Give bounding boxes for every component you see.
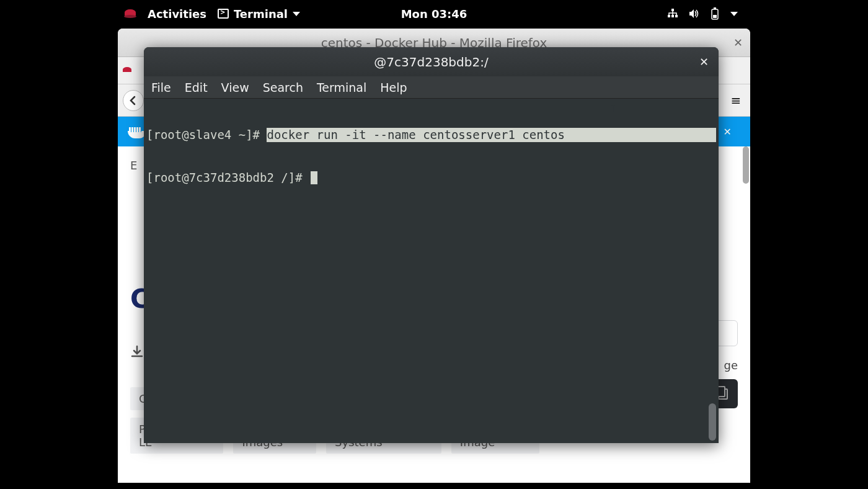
network-icon[interactable] bbox=[667, 8, 678, 19]
close-icon[interactable]: ✕ bbox=[733, 36, 743, 49]
terminal-line-2: [root@7c37d238bdb2 /]# bbox=[146, 171, 716, 185]
gnome-topbar: Activities Terminal Mon 03:46 bbox=[0, 0, 868, 27]
volume-icon[interactable] bbox=[688, 8, 699, 19]
svg-rect-6 bbox=[713, 15, 717, 18]
terminal-titlebar[interactable]: @7c37d238bdb2:/ ✕ bbox=[144, 47, 719, 76]
shell-prompt: [root@slave4 ~]# bbox=[146, 128, 267, 142]
terminal-body[interactable]: [root@slave4 ~]# docker run -it --name c… bbox=[144, 99, 719, 443]
app-indicator[interactable]: Terminal bbox=[218, 7, 300, 20]
svg-rect-5 bbox=[714, 7, 716, 9]
arrow-left-icon bbox=[128, 95, 139, 106]
terminal-title: @7c37d238bdb2:/ bbox=[374, 55, 488, 70]
close-icon[interactable]: ✕ bbox=[724, 126, 732, 138]
battery-icon[interactable] bbox=[709, 8, 720, 19]
hamburger-menu-button[interactable]: ≡ bbox=[727, 91, 745, 110]
svg-rect-3 bbox=[675, 15, 678, 17]
terminal-icon bbox=[218, 9, 229, 19]
redhat-icon bbox=[124, 9, 136, 18]
copy-icon[interactable] bbox=[718, 388, 728, 400]
text-cursor-icon: I bbox=[611, 102, 615, 116]
clock[interactable]: Mon 03:46 bbox=[401, 7, 467, 20]
activities-button[interactable]: Activities bbox=[148, 7, 206, 20]
menu-edit[interactable]: Edit bbox=[185, 81, 208, 94]
menu-help[interactable]: Help bbox=[380, 81, 407, 94]
system-tray[interactable] bbox=[667, 8, 862, 19]
menu-terminal[interactable]: Terminal bbox=[317, 81, 366, 94]
menu-view[interactable]: View bbox=[221, 81, 249, 94]
redhat-icon bbox=[123, 67, 133, 74]
svg-rect-1 bbox=[668, 15, 670, 17]
scrollbar[interactable] bbox=[743, 146, 749, 184]
svg-rect-0 bbox=[671, 9, 674, 11]
shell-command-highlighted: docker run -it --name centosserver1 cent… bbox=[267, 128, 716, 142]
svg-rect-2 bbox=[671, 15, 674, 17]
menu-search[interactable]: Search bbox=[263, 81, 303, 94]
terminal-line-1: [root@slave4 ~]# docker run -it --name c… bbox=[146, 128, 716, 142]
scrollbar[interactable] bbox=[709, 403, 716, 441]
menu-file[interactable]: File bbox=[151, 81, 171, 94]
chevron-down-icon bbox=[293, 12, 300, 16]
app-indicator-label: Terminal bbox=[234, 7, 288, 20]
shell-prompt: [root@7c37d238bdb2 /]# bbox=[146, 171, 309, 185]
cursor-icon bbox=[311, 171, 317, 184]
terminal-menubar: File Edit View Search Terminal Help bbox=[144, 76, 719, 99]
terminal-window: @7c37d238bdb2:/ ✕ File Edit View Search … bbox=[144, 47, 719, 443]
close-icon[interactable]: ✕ bbox=[699, 55, 709, 68]
back-button[interactable] bbox=[123, 90, 144, 111]
topbar-left: Activities Terminal bbox=[124, 7, 300, 20]
chevron-down-icon bbox=[730, 12, 738, 16]
